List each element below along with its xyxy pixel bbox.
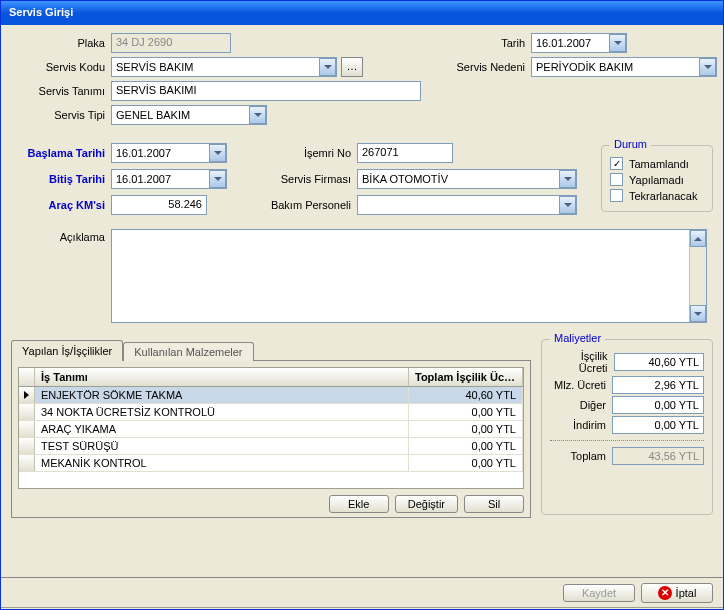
label-aciklama: Açıklama — [11, 229, 111, 243]
diger-field[interactable]: 0,00 YTL — [612, 396, 704, 414]
indirim-field[interactable]: 0,00 YTL — [612, 416, 704, 434]
chevron-down-icon — [214, 177, 222, 181]
label-malzeme: Mlz. Ücreti — [554, 379, 612, 391]
lookup-button[interactable]: … — [341, 57, 363, 77]
iptal-button[interactable]: ✕ İptal — [641, 583, 713, 603]
label-arac-km: Araç KM'si — [11, 199, 111, 211]
dropdown-button[interactable] — [319, 58, 336, 76]
chevron-down-icon — [694, 312, 702, 316]
label-plaka: Plaka — [11, 37, 111, 49]
malzeme-field[interactable]: 2,96 YTL — [612, 376, 704, 394]
content-area: Plaka 34 DJ 2690 Servis Kodu SERVİS BAKI… — [1, 25, 723, 577]
bottom-bar: Kaydet ✕ İptal — [1, 577, 723, 607]
ekle-button[interactable]: Ekle — [329, 495, 389, 513]
toplam-field: 43,56 YTL — [612, 447, 704, 465]
durum-legend: Durum — [610, 138, 651, 150]
header-is-tanimi[interactable]: İş Tanımı — [35, 368, 409, 386]
checkbox-tekrarlanacak[interactable]: Tekrarlanacak — [610, 189, 704, 202]
scroll-down-button[interactable] — [690, 305, 706, 322]
checkbox-tamamlandi[interactable]: ✓ Tamamlandı — [610, 157, 704, 170]
header-toplam[interactable]: Toplam İşçilik Üc… — [409, 368, 523, 386]
label-indirim: İndirim — [573, 419, 612, 431]
title-bar[interactable]: Servis Girişi — [1, 1, 723, 25]
table-row[interactable]: MEKANİK KONTROL 0,00 YTL — [19, 455, 523, 472]
baslama-tarihi-select[interactable]: 16.01.2007 — [111, 143, 227, 163]
tab-kullanilan-malzemeler[interactable]: Kullanılan Malzemeler — [123, 342, 253, 361]
checkbox-yapilamadi[interactable]: Yapılamadı — [610, 173, 704, 186]
durum-fieldset: Durum ✓ Tamamlandı Yapılamadı Tekrarlana… — [601, 145, 713, 212]
label-servis-firmasi: Servis Firması — [261, 173, 357, 185]
table-row[interactable]: ENJEKTÖR SÖKME TAKMA 40,60 YTL — [19, 387, 523, 404]
table-row[interactable]: ARAÇ YIKAMA 0,00 YTL — [19, 421, 523, 438]
tab-yapilan-is[interactable]: Yapılan İş/İşçilikler — [11, 340, 123, 361]
dropdown-button[interactable] — [559, 196, 576, 214]
dropdown-button[interactable] — [249, 106, 266, 124]
dropdown-button[interactable] — [209, 144, 226, 162]
chevron-up-icon — [694, 237, 702, 241]
label-bitis-tarihi: Bitiş Tarihi — [11, 173, 111, 185]
label-servis-tipi: Servis Tipi — [11, 109, 111, 121]
dropdown-button[interactable] — [609, 34, 626, 52]
label-diger: Diğer — [580, 399, 612, 411]
table-row[interactable]: TEST SÜRÜŞÜ 0,00 YTL — [19, 438, 523, 455]
chevron-down-icon — [704, 65, 712, 69]
servis-tanimi-field[interactable]: SERVİS BAKIMI — [111, 81, 421, 101]
grid-header: İş Tanımı Toplam İşçilik Üc… — [19, 368, 523, 387]
chevron-down-icon — [254, 113, 262, 117]
checkbox-icon — [610, 189, 623, 202]
servis-tipi-select[interactable]: GENEL BAKIM — [111, 105, 267, 125]
plaka-field: 34 DJ 2690 — [111, 33, 231, 53]
chevron-down-icon — [614, 41, 622, 45]
dropdown-button[interactable] — [209, 170, 226, 188]
chevron-down-icon — [564, 177, 572, 181]
tarih-select[interactable]: 16.01.2007 — [531, 33, 627, 53]
label-baslama-tarihi: Başlama Tarihi — [11, 147, 111, 159]
dropdown-button[interactable] — [699, 58, 716, 76]
checkbox-icon — [610, 173, 623, 186]
kaydet-button[interactable]: Kaydet — [563, 584, 635, 602]
servis-firmasi-select[interactable]: BİKA OTOMOTİV — [357, 169, 577, 189]
row-indicator-icon — [24, 391, 29, 399]
iscilik-field[interactable]: 40,60 YTL — [614, 353, 704, 371]
label-tarih: Tarih — [441, 37, 531, 49]
degistir-button[interactable]: Değiştir — [395, 495, 458, 513]
chevron-down-icon — [324, 65, 332, 69]
bakim-personeli-select[interactable] — [357, 195, 577, 215]
isemri-no-field[interactable]: 267071 — [357, 143, 453, 163]
label-isemri-no: İşemri No — [261, 147, 357, 159]
label-iscilik: İşçilik Ücreti — [550, 350, 614, 374]
dropdown-button[interactable] — [559, 170, 576, 188]
label-servis-nedeni: Servis Nedeni — [441, 61, 531, 73]
work-grid: İş Tanımı Toplam İşçilik Üc… ENJEKTÖR SÖ… — [18, 367, 524, 489]
arac-km-field[interactable]: 58.246 — [111, 195, 207, 215]
label-servis-kodu: Servis Kodu — [11, 61, 111, 73]
servis-nedeni-select[interactable]: PERİYODİK BAKIM — [531, 57, 717, 77]
label-bakim-personeli: Bakım Personeli — [261, 199, 357, 211]
checkbox-icon: ✓ — [610, 157, 623, 170]
service-entry-window: Servis Girişi Plaka 34 DJ 2690 Servis Ko… — [0, 0, 724, 610]
label-toplam: Toplam — [571, 450, 612, 462]
servis-kodu-select[interactable]: SERVİS BAKIM — [111, 57, 337, 77]
tab-panel: İş Tanımı Toplam İşçilik Üc… ENJEKTÖR SÖ… — [11, 360, 531, 518]
sil-button[interactable]: Sil — [464, 495, 524, 513]
scroll-up-button[interactable] — [690, 230, 706, 247]
maliyetler-fieldset: Maliyetler İşçilik Ücreti 40,60 YTL Mlz.… — [541, 339, 713, 515]
cancel-icon: ✕ — [658, 586, 672, 600]
bitis-tarihi-select[interactable]: 16.01.2007 — [111, 169, 227, 189]
tabs: Yapılan İş/İşçilikler Kullanılan Malzeme… — [11, 340, 531, 361]
aciklama-textarea[interactable] — [111, 229, 707, 323]
scrollbar[interactable] — [689, 230, 706, 322]
chevron-down-icon — [214, 151, 222, 155]
chevron-down-icon — [564, 203, 572, 207]
window-title: Servis Girişi — [9, 6, 73, 18]
table-row[interactable]: 34 NOKTA ÜCRETSİZ KONTROLÜ 0,00 YTL — [19, 404, 523, 421]
label-servis-tanimi: Servis Tanımı — [11, 85, 111, 97]
maliyetler-legend: Maliyetler — [550, 332, 605, 344]
